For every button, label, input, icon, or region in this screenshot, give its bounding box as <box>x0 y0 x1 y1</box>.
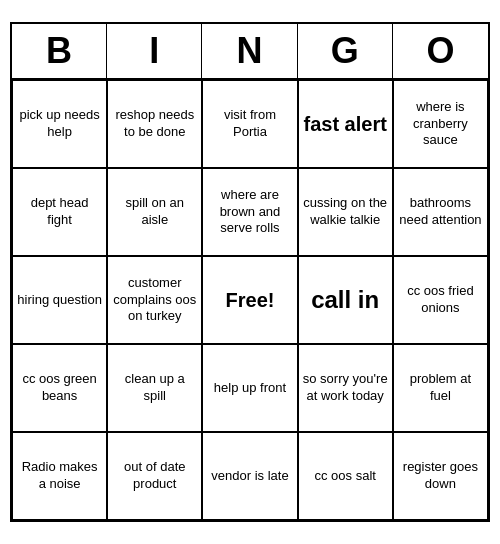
bingo-cell-10[interactable]: hiring question <box>12 256 107 344</box>
bingo-cell-24[interactable]: register goes down <box>393 432 488 520</box>
bingo-cell-5[interactable]: dept head fight <box>12 168 107 256</box>
bingo-letter-g: G <box>298 24 393 78</box>
bingo-cell-22[interactable]: vendor is late <box>202 432 297 520</box>
bingo-cell-19[interactable]: problem at fuel <box>393 344 488 432</box>
bingo-cell-12[interactable]: Free! <box>202 256 297 344</box>
bingo-cell-15[interactable]: cc oos green beans <box>12 344 107 432</box>
bingo-cell-3[interactable]: fast alert <box>298 80 393 168</box>
bingo-cell-4[interactable]: where is cranberry sauce <box>393 80 488 168</box>
bingo-cell-16[interactable]: clean up a spill <box>107 344 202 432</box>
bingo-grid: pick up needs helpreshop needs to be don… <box>12 80 488 520</box>
bingo-card: BINGO pick up needs helpreshop needs to … <box>10 22 490 522</box>
bingo-letter-n: N <box>202 24 297 78</box>
bingo-cell-11[interactable]: customer complains oos on turkey <box>107 256 202 344</box>
bingo-cell-14[interactable]: cc oos fried onions <box>393 256 488 344</box>
bingo-cell-21[interactable]: out of date product <box>107 432 202 520</box>
bingo-cell-7[interactable]: where are brown and serve rolls <box>202 168 297 256</box>
bingo-letter-o: O <box>393 24 488 78</box>
bingo-cell-13[interactable]: call in <box>298 256 393 344</box>
bingo-cell-2[interactable]: visit from Portia <box>202 80 297 168</box>
bingo-cell-8[interactable]: cussing on the walkie talkie <box>298 168 393 256</box>
bingo-cell-1[interactable]: reshop needs to be done <box>107 80 202 168</box>
bingo-cell-23[interactable]: cc oos salt <box>298 432 393 520</box>
bingo-cell-6[interactable]: spill on an aisle <box>107 168 202 256</box>
bingo-cell-20[interactable]: Radio makes a noise <box>12 432 107 520</box>
bingo-letter-i: I <box>107 24 202 78</box>
bingo-cell-18[interactable]: so sorry you're at work today <box>298 344 393 432</box>
bingo-header: BINGO <box>12 24 488 80</box>
bingo-cell-17[interactable]: help up front <box>202 344 297 432</box>
bingo-letter-b: B <box>12 24 107 78</box>
bingo-cell-0[interactable]: pick up needs help <box>12 80 107 168</box>
bingo-cell-9[interactable]: bathrooms need attention <box>393 168 488 256</box>
